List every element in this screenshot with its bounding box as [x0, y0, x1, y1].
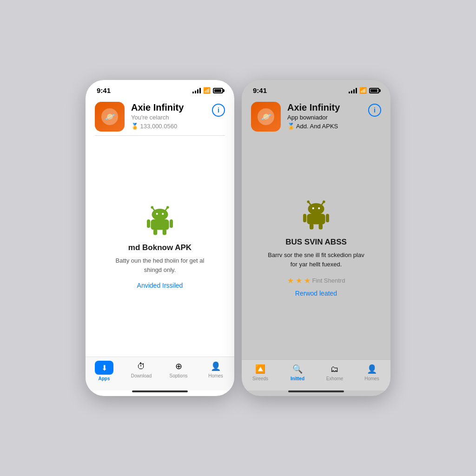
main-desc-2: Barrv sor the sne ill fit sckedion plav …: [265, 251, 367, 269]
svg-rect-11: [163, 229, 166, 235]
signal-icon-2: [349, 88, 357, 93]
soptions-icon: ⊕: [173, 361, 184, 372]
app-info-2: Axie Infinity App bowniador 🏅 Add. And A…: [287, 102, 362, 130]
app-icon-inner-2: 🪐: [258, 108, 274, 125]
svg-point-18: [318, 207, 320, 209]
apk-title-1: md Boknow APK: [128, 243, 192, 252]
svg-rect-7: [151, 219, 169, 230]
svg-rect-19: [307, 214, 325, 224]
phone-2: 9:41 📶 🪐 Axie Infinity App bowniador 🏅 A…: [242, 80, 390, 396]
signal-icon-1: [192, 88, 201, 93]
tab-bar-2: 🔼 Sireeds 🔍 Initted 🗂 Exhome 👤 Homes: [242, 359, 390, 390]
home-indicator-2: [288, 390, 344, 392]
info-button-2[interactable]: i: [368, 104, 381, 117]
exhome-icon: 🗂: [329, 364, 340, 375]
tab-initted[interactable]: 🔍 Initted: [279, 364, 316, 381]
status-time-1: 9:41: [97, 86, 111, 94]
homes-icon: 👤: [210, 361, 221, 372]
tab-sireeds[interactable]: 🔼 Sireeds: [242, 364, 279, 381]
tab-apps-label: Apps: [99, 376, 110, 381]
homes-icon-2: 👤: [366, 364, 377, 375]
svg-point-3: [166, 206, 169, 209]
svg-point-16: [308, 203, 324, 215]
rating-label-2: Fint Shentrd: [312, 277, 345, 284]
app-subtitle-1: You're celarch: [131, 114, 205, 121]
action-link-2[interactable]: Rerwod leated: [295, 290, 337, 297]
info-button-1[interactable]: i: [212, 104, 225, 117]
tab-homes[interactable]: 👤 Homes: [197, 361, 234, 381]
action-link-1[interactable]: Anvided Irssiled: [137, 282, 183, 289]
tab-apps[interactable]: ⬇ Apps: [86, 361, 123, 381]
status-icons-1: 📶: [192, 87, 223, 94]
tab-download[interactable]: ⏱ Download: [123, 361, 160, 381]
app-title-1: Axie Infinity: [131, 102, 205, 113]
app-info-1: Axie Infinity You're celarch 🏅 133,000.0…: [131, 102, 205, 130]
phones-container: 9:41 📶 🪐 Axie Infinity You're celarch 🏅 …: [76, 71, 400, 405]
svg-rect-22: [310, 224, 313, 230]
tab-exhome-label: Exhome: [326, 376, 344, 381]
android-robot-icon-1: [144, 203, 176, 236]
star-1: ★: [287, 276, 294, 285]
wifi-icon-2: 📶: [359, 87, 367, 94]
tab-homes-label: Homes: [208, 373, 223, 378]
tab-download-label: Download: [131, 373, 152, 378]
app-title-2: Axie Infinity: [287, 102, 362, 113]
main-content-2: BUS SVIN ABSS Barrv sor the sne ill fit …: [242, 135, 390, 359]
svg-point-5: [156, 213, 158, 215]
download-icon: ⏱: [136, 361, 147, 372]
svg-point-17: [312, 207, 314, 209]
svg-point-1: [151, 206, 153, 209]
svg-rect-8: [147, 219, 150, 228]
app-header-1: 🪐 Axie Infinity You're celarch 🏅 133,000…: [86, 97, 234, 135]
app-currency-2: 🏅 Add. And APKS: [287, 123, 362, 130]
tab-exhome[interactable]: 🗂 Exhome: [316, 364, 353, 381]
main-title-2: BUS SVIN ABSS: [285, 238, 347, 247]
app-header-2: 🪐 Axie Infinity App bowniador 🏅 Add. And…: [242, 97, 390, 135]
star-3: ★: [304, 276, 311, 285]
tab-bar-1: ⬇ Apps ⏱ Download ⊕ Soptions 👤 Homes: [86, 357, 234, 390]
battery-icon-2: [369, 88, 379, 93]
svg-rect-9: [170, 219, 173, 228]
sireeds-icon: 🔼: [255, 364, 266, 375]
tab-sireeds-label: Sireeds: [252, 376, 268, 381]
phone-1: 9:41 📶 🪐 Axie Infinity You're celarch 🏅 …: [86, 80, 234, 396]
svg-rect-23: [319, 224, 323, 230]
app-currency-1: 🏅 133,000.0560: [131, 123, 205, 130]
status-bar-2: 9:41 📶: [242, 80, 390, 97]
app-icon-1: 🪐: [95, 102, 125, 132]
svg-point-13: [307, 200, 310, 203]
star-2: ★: [296, 276, 302, 285]
star-rating-2: ★ ★ ★ Fint Shentrd: [287, 276, 345, 285]
apps-icon: ⬇: [95, 361, 113, 375]
svg-point-15: [323, 200, 325, 203]
home-indicator-1: [132, 390, 188, 392]
tab-homes-label-2: Homes: [364, 376, 379, 381]
initted-icon: 🔍: [292, 364, 303, 375]
svg-rect-21: [326, 214, 329, 222]
app-icon-2: 🪐: [251, 102, 281, 132]
svg-rect-20: [303, 214, 306, 222]
tab-soptions-label: Soptions: [170, 373, 188, 378]
tab-initted-label: Initted: [291, 376, 304, 381]
status-icons-2: 📶: [349, 87, 379, 94]
svg-point-4: [152, 209, 168, 220]
app-subtitle-2: App bowniador: [287, 114, 362, 121]
svg-rect-10: [153, 229, 157, 235]
apk-desc-1: Batty oun the hed thoiin for get al shin…: [109, 256, 211, 274]
main-content-1: md Boknow APK Batty oun the hed thoiin f…: [86, 136, 234, 357]
wifi-icon-1: 📶: [203, 87, 211, 94]
android-robot-icon-2: [300, 198, 332, 230]
app-icon-inner-1: 🪐: [101, 108, 118, 125]
status-bar-1: 9:41 📶: [86, 80, 234, 97]
battery-icon-1: [213, 88, 223, 93]
svg-point-6: [162, 213, 164, 215]
tab-homes-2[interactable]: 👤 Homes: [353, 364, 390, 381]
status-time-2: 9:41: [253, 86, 267, 94]
tab-soptions[interactable]: ⊕ Soptions: [160, 361, 197, 381]
